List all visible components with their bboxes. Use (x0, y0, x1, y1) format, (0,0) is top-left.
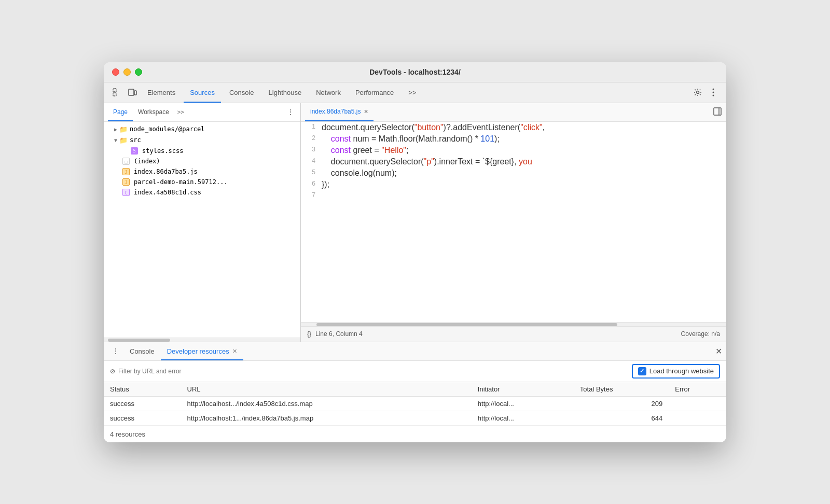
row-url: http://localhost.../index.4a508c1d.css.m… (181, 396, 472, 411)
load-through-website-label: Load through website (649, 367, 714, 375)
js-file-icon-2: J (122, 178, 130, 186)
chevron-down-icon: ▼ (114, 137, 117, 143)
svg-rect-0 (113, 89, 116, 92)
status-bar: {} Line 6, Column 4 Coverage: n/a (301, 326, 726, 342)
panel-scrollbar[interactable] (104, 338, 300, 342)
code-scrollbar-thumb[interactable] (316, 323, 617, 326)
main-content: Page Workspace >> ⋮ ▶ 📁 node_modules/@pa… (104, 103, 726, 342)
list-item[interactable]: S styles.scss (104, 146, 300, 156)
cursor-position: Line 6, Column 4 (315, 330, 363, 338)
file-panel: Page Workspace >> ⋮ ▶ 📁 node_modules/@pa… (104, 103, 301, 342)
col-bytes: Total Bytes (574, 382, 669, 397)
svg-point-7 (713, 95, 714, 96)
panel-tabs-more[interactable]: >> (174, 107, 187, 117)
tab-elements[interactable]: Elements (141, 82, 182, 103)
inspect-element-icon[interactable] (110, 86, 123, 99)
resources-table-container[interactable]: Status URL Initiator Total Bytes Error s… (104, 382, 726, 426)
format-icon[interactable]: {} (307, 330, 311, 338)
row-status: success (104, 411, 181, 425)
row-initiator: http://local... (472, 411, 574, 425)
svg-rect-3 (134, 91, 136, 95)
load-through-website-control[interactable]: ✓ Load through website (632, 364, 720, 379)
svg-point-6 (713, 92, 714, 93)
tab-more[interactable]: >> (402, 82, 422, 103)
col-url: URL (181, 382, 472, 397)
device-toggle-icon[interactable] (126, 86, 139, 99)
svg-rect-2 (129, 89, 134, 95)
tab-console-bottom[interactable]: Console (123, 342, 161, 360)
tab-console[interactable]: Console (223, 82, 260, 103)
js-file-icon: J (122, 168, 130, 175)
tab-page[interactable]: Page (108, 103, 133, 122)
svg-rect-1 (113, 93, 116, 96)
list-item[interactable]: C index.4a508c1d.css (104, 187, 300, 198)
svg-rect-8 (714, 108, 721, 115)
col-error: Error (669, 382, 726, 397)
titlebar: DevTools - localhost:1234/ (104, 62, 726, 82)
table-row[interactable]: success http://localhost.../index.4a508c… (104, 396, 726, 411)
panel-scrollbar-thumb[interactable] (108, 339, 170, 342)
row-bytes: 644 (574, 411, 669, 425)
bottom-tabs: ⋮ Console Developer resources ✕ ✕ (104, 342, 726, 361)
row-bytes: 209 (574, 396, 669, 411)
bottom-menu-icon[interactable]: ⋮ (108, 345, 123, 357)
code-line: 4 document.querySelector("p").innerText … (301, 156, 726, 167)
row-status: success (104, 396, 181, 411)
filter-bar: ⊘ ✓ Load through website (104, 361, 726, 382)
row-initiator: http://local... (472, 396, 574, 411)
index-file-icon: □ (122, 158, 130, 165)
tab-workspace[interactable]: Workspace (133, 103, 174, 122)
css-file-icon: C (122, 189, 130, 196)
filter-input[interactable] (118, 368, 629, 375)
settings-icon[interactable] (691, 86, 704, 99)
code-editor[interactable]: 1 document.querySelector("button")?.addE… (301, 122, 726, 322)
code-line: 1 document.querySelector("button")?.addE… (301, 122, 726, 133)
close-button[interactable] (112, 68, 119, 76)
bottom-panel: ⋮ Console Developer resources ✕ ✕ ⊘ ✓ Lo… (104, 342, 726, 442)
editor-tab-active[interactable]: index.86da7ba5.js ✕ (305, 103, 374, 122)
maximize-button[interactable] (135, 68, 142, 76)
status-left: {} Line 6, Column 4 (307, 330, 363, 338)
main-toolbar: Elements Sources Console Lighthouse Netw… (104, 82, 726, 103)
coverage-status: Coverage: n/a (681, 330, 720, 338)
developer-resources-close-icon[interactable]: ✕ (232, 348, 237, 355)
more-options-icon[interactable] (707, 86, 720, 99)
load-through-website-checkbox[interactable]: ✓ (638, 367, 646, 375)
code-panel: index.86da7ba5.js ✕ 1 document.querySele… (301, 103, 726, 342)
resources-table: Status URL Initiator Total Bytes Error s… (104, 382, 726, 426)
code-line: 3 const greet = "Hello"; (301, 145, 726, 156)
list-item[interactable]: ▼ 📁 src (104, 135, 300, 146)
editor-tab-close-icon[interactable]: ✕ (364, 108, 368, 115)
traffic-lights (112, 68, 142, 76)
scss-file-icon: S (131, 147, 138, 155)
checkbox-check-icon: ✓ (640, 368, 644, 374)
minimize-button[interactable] (123, 68, 131, 76)
filter-icon: ⊘ (110, 368, 115, 375)
row-error (669, 396, 726, 411)
panel-menu-icon[interactable]: ⋮ (285, 106, 296, 118)
editor-toggle-sidebar-icon[interactable] (713, 107, 722, 118)
file-tree: ▶ 📁 node_modules/@parcel ▼ 📁 src S style… (104, 122, 300, 338)
code-horizontal-scrollbar[interactable] (301, 322, 726, 326)
table-row[interactable]: success http://localhost:1.../index.86da… (104, 411, 726, 425)
list-item[interactable]: J index.86da7ba5.js (104, 166, 300, 177)
code-line: 6 }); (301, 179, 726, 190)
devtools-window: DevTools - localhost:1234/ Elements Sour… (104, 62, 726, 442)
folder-icon: 📁 (119, 136, 128, 144)
tab-developer-resources[interactable]: Developer resources ✕ (161, 342, 243, 360)
editor-tabs: index.86da7ba5.js ✕ (301, 103, 726, 122)
list-item[interactable]: ▶ 📁 node_modules/@parcel (104, 124, 300, 135)
tab-lighthouse[interactable]: Lighthouse (262, 82, 308, 103)
list-item[interactable]: □ (index) (104, 156, 300, 166)
tab-network[interactable]: Network (310, 82, 347, 103)
code-outer: 1 document.querySelector("button")?.addE… (301, 122, 726, 326)
bottom-panel-close-icon[interactable]: ✕ (715, 346, 722, 356)
panel-tabs: Page Workspace >> ⋮ (104, 103, 300, 122)
tab-performance[interactable]: Performance (349, 82, 400, 103)
tab-sources[interactable]: Sources (184, 82, 221, 103)
window-title: DevTools - localhost:1234/ (369, 68, 461, 76)
row-error (669, 411, 726, 425)
list-item[interactable]: J parcel-demo-main.59712... (104, 177, 300, 187)
editor-tab-label: index.86da7ba5.js (310, 108, 361, 115)
chevron-right-icon: ▶ (114, 127, 117, 132)
